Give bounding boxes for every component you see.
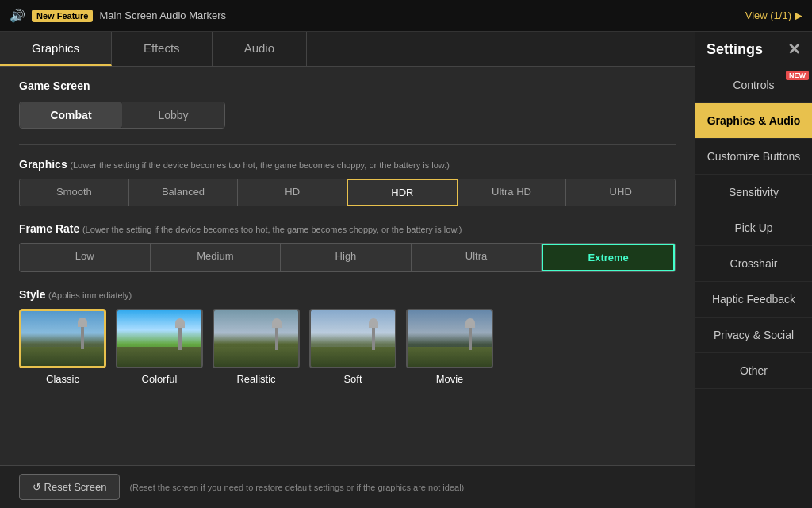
sidebar-item-haptic-feedback[interactable]: Haptic Feedback [695,282,812,318]
style-colorful-img [116,309,203,368]
style-movie-img [406,309,493,368]
game-screen-subtab-bar: Combat Lobby [19,102,225,129]
tab-graphics[interactable]: Graphics [0,32,112,66]
sidebar: Settings ✕ Controls NEW Graphics & Audio… [695,32,812,508]
graphics-label-main: Graphics [19,158,67,171]
graphics-label-desc: (Lower the setting if the device becomes… [70,160,450,170]
bottom-bar: ↺ Reset Screen (Reset the screen if you … [0,465,695,508]
option-ultra[interactable]: Ultra [412,244,542,271]
sidebar-item-graphics-audio[interactable]: Graphics & Audio [695,103,812,139]
option-hdr[interactable]: HDR [347,179,458,206]
sidebar-item-sensitivity[interactable]: Sensitivity [695,175,812,210]
style-realistic-img [213,309,300,368]
sidebar-item-pick-up[interactable]: Pick Up [695,210,812,246]
close-button[interactable]: ✕ [787,40,801,59]
new-feature-badge: New Feature [32,10,93,22]
framerate-group: Frame Rate (Lower the setting if the dev… [19,222,676,272]
settings-title-bar: Settings ✕ [695,32,812,67]
content-area: Graphics Effects Audio Game Screen Comba… [0,32,695,508]
speaker-icon: 🔊 [10,8,25,23]
sidebar-item-controls[interactable]: Controls NEW [695,67,812,103]
style-soft-label: Soft [343,373,362,385]
sidebar-item-customize-buttons[interactable]: Customize Buttons [695,139,812,175]
framerate-label-desc: (Lower the setting if the device becomes… [82,225,462,234]
reset-screen-button[interactable]: ↺ Reset Screen [19,474,120,500]
graphics-options-row: Smooth Balanced HD HDR Ultra HD UHD [19,179,676,206]
top-notification-bar: 🔊 New Feature Main Screen Audio Markers … [0,0,812,32]
option-low[interactable]: Low [20,244,151,271]
new-badge-controls: NEW [786,71,809,80]
option-uhd[interactable]: UHD [566,179,675,206]
style-realistic[interactable]: Realistic [213,309,300,385]
reset-desc: (Reset the screen if you need to restore… [129,483,464,492]
game-screen-title: Game Screen [19,79,676,92]
framerate-options-row: Low Medium High Ultra Extreme [19,243,676,272]
style-label: Style (Applies immediately) [19,288,676,301]
view-button[interactable]: View (1/1) ▶ [745,10,802,21]
tab-effects[interactable]: Effects [112,32,213,66]
subtab-lobby[interactable]: Lobby [122,102,224,128]
option-high[interactable]: High [281,244,412,271]
feature-text: Main Screen Audio Markers [99,10,226,21]
divider-1 [19,144,676,145]
style-colorful-label: Colorful [142,373,178,385]
tab-audio[interactable]: Audio [213,32,307,66]
style-soft-img [309,309,396,368]
sidebar-item-privacy-social[interactable]: Privacy & Social [695,318,812,353]
style-group: Style (Applies immediately) Classic [19,288,676,385]
option-ultra-hd[interactable]: Ultra HD [458,179,567,206]
style-classic-img [19,309,106,368]
option-smooth[interactable]: Smooth [20,179,129,206]
content-body: Game Screen Combat Lobby Graphics (Lower… [0,67,695,465]
style-classic-label: Classic [46,373,79,385]
framerate-label: Frame Rate (Lower the setting if the dev… [19,222,676,235]
sidebar-item-crosshair[interactable]: Crosshair [695,246,812,282]
sidebar-item-other[interactable]: Other [695,353,812,389]
style-label-desc: (Applies immediately) [48,291,132,300]
option-extreme[interactable]: Extreme [542,244,675,271]
settings-title: Settings [707,41,763,58]
style-label-main: Style [19,288,45,301]
style-movie[interactable]: Movie [406,309,493,385]
tab-bar: Graphics Effects Audio [0,32,695,67]
option-hd[interactable]: HD [238,179,347,206]
graphics-label: Graphics (Lower the setting if the devic… [19,158,676,171]
framerate-label-main: Frame Rate [19,222,79,235]
subtab-combat[interactable]: Combat [20,102,122,128]
style-movie-label: Movie [436,373,464,385]
style-soft[interactable]: Soft [309,309,396,385]
style-thumbnails-row: Classic Colorful [19,309,676,385]
style-realistic-label: Realistic [236,373,275,385]
graphics-group: Graphics (Lower the setting if the devic… [19,158,676,206]
style-colorful[interactable]: Colorful [116,309,203,385]
option-balanced[interactable]: Balanced [129,179,239,206]
main-layout: Graphics Effects Audio Game Screen Comba… [0,32,812,508]
style-classic[interactable]: Classic [19,309,106,385]
option-medium[interactable]: Medium [151,244,282,271]
